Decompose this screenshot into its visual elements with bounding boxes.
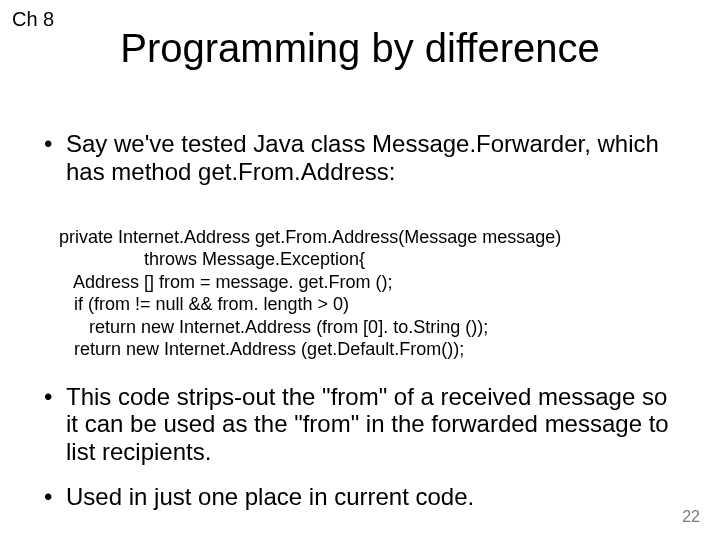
slide-title: Programming by difference — [0, 26, 720, 71]
code-line: if (from != null && from. length > 0) — [54, 294, 349, 314]
page-number: 22 — [682, 508, 700, 526]
code-block: private Internet.Address get.From.Addres… — [54, 203, 680, 361]
code-line: throws Message.Exception{ — [54, 249, 365, 269]
bullet-item: Used in just one place in current code. — [40, 483, 680, 511]
bullet-item: Say we've tested Java class Message.Forw… — [40, 130, 680, 185]
code-line: private Internet.Address get.From.Addres… — [54, 227, 561, 247]
slide: Ch 8 Programming by difference Say we've… — [0, 0, 720, 540]
slide-body: Say we've tested Java class Message.Forw… — [40, 130, 680, 529]
code-line: return new Internet.Address (from [0]. t… — [54, 317, 488, 337]
code-line: return new Internet.Address (get.Default… — [54, 339, 464, 359]
code-line: Address [] from = message. get.From (); — [54, 272, 393, 292]
bullet-item: This code strips-out the "from" of a rec… — [40, 383, 680, 466]
